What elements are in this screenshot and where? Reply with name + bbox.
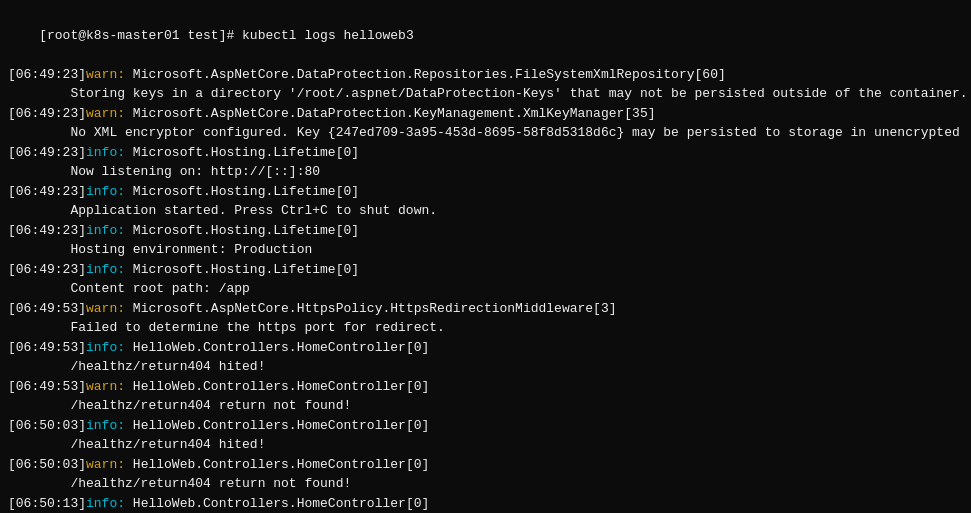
log-level: info:	[86, 418, 125, 433]
log-indent-line: Hosting environment: Production	[8, 240, 963, 260]
log-line: [06:50:03]info: HelloWeb.Controllers.Hom…	[8, 416, 963, 436]
log-time: [06:49:53]	[8, 301, 86, 316]
log-message: Now listening on: http://[::]:80	[8, 164, 320, 179]
log-line: [06:49:23]warn: Microsoft.AspNetCore.Dat…	[8, 65, 963, 85]
log-message: /healthz/return404 hited!	[8, 437, 265, 452]
log-source: Microsoft.AspNetCore.DataProtection.KeyM…	[125, 106, 656, 121]
log-source: Microsoft.Hosting.Lifetime[0]	[125, 184, 359, 199]
log-line: [06:49:23]info: Microsoft.Hosting.Lifeti…	[8, 221, 963, 241]
log-time: [06:50:13]	[8, 496, 86, 511]
log-indent-line: /healthz/return404 return not found!	[8, 474, 963, 494]
log-container: [06:49:23]warn: Microsoft.AspNetCore.Dat…	[8, 65, 963, 514]
log-level: warn:	[86, 67, 125, 82]
log-indent-line: Now listening on: http://[::]:80	[8, 162, 963, 182]
log-source: HelloWeb.Controllers.HomeController[0]	[125, 418, 429, 433]
log-source: Microsoft.Hosting.Lifetime[0]	[125, 145, 359, 160]
log-level: warn:	[86, 457, 125, 472]
log-time: [06:49:23]	[8, 262, 86, 277]
log-line: [06:50:03]warn: HelloWeb.Controllers.Hom…	[8, 455, 963, 475]
log-indent-line: /healthz/return404 return not found!	[8, 396, 963, 416]
log-line: [06:49:23]info: Microsoft.Hosting.Lifeti…	[8, 143, 963, 163]
log-level: info:	[86, 262, 125, 277]
log-message: Content root path: /app	[8, 281, 250, 296]
log-message: Hosting environment: Production	[8, 242, 312, 257]
log-message: /healthz/return404 return not found!	[8, 398, 351, 413]
log-time: [06:49:23]	[8, 106, 86, 121]
log-message: No XML encryptor configured. Key {247ed7…	[8, 125, 960, 140]
log-line: [06:49:53]warn: Microsoft.AspNetCore.Htt…	[8, 299, 963, 319]
log-source: HelloWeb.Controllers.HomeController[0]	[125, 340, 429, 355]
log-level: info:	[86, 145, 125, 160]
log-source: HelloWeb.Controllers.HomeController[0]	[125, 457, 429, 472]
log-indent-line: Application started. Press Ctrl+C to shu…	[8, 201, 963, 221]
log-message: /healthz/return404 return not found!	[8, 476, 351, 491]
log-message: /healthz/return404 hited!	[8, 359, 265, 374]
log-time: [06:49:23]	[8, 184, 86, 199]
log-line: [06:50:13]info: HelloWeb.Controllers.Hom…	[8, 494, 963, 514]
command: kubectl logs helloweb3	[242, 28, 414, 43]
log-time: [06:49:23]	[8, 223, 86, 238]
terminal-window: [root@k8s-master01 test]# kubectl logs h…	[0, 0, 971, 513]
log-source: HelloWeb.Controllers.HomeController[0]	[125, 379, 429, 394]
log-indent-line: /healthz/return404 hited!	[8, 357, 963, 377]
command-line: [root@k8s-master01 test]# kubectl logs h…	[8, 6, 963, 65]
log-level: info:	[86, 496, 125, 511]
log-message: Application started. Press Ctrl+C to shu…	[8, 203, 437, 218]
log-time: [06:50:03]	[8, 418, 86, 433]
log-level: warn:	[86, 106, 125, 121]
log-time: [06:49:23]	[8, 145, 86, 160]
prompt: [root@k8s-master01 test]#	[39, 28, 242, 43]
log-source: HelloWeb.Controllers.HomeController[0]	[125, 496, 429, 511]
log-indent-line: /healthz/return404 hited!	[8, 435, 963, 455]
log-time: [06:49:53]	[8, 379, 86, 394]
log-indent-line: No XML encryptor configured. Key {247ed7…	[8, 123, 963, 143]
log-indent-line: Content root path: /app	[8, 279, 963, 299]
log-time: [06:49:53]	[8, 340, 86, 355]
log-source: Microsoft.AspNetCore.HttpsPolicy.HttpsRe…	[125, 301, 616, 316]
log-line: [06:49:23]info: Microsoft.Hosting.Lifeti…	[8, 260, 963, 280]
log-line: [06:49:53]warn: HelloWeb.Controllers.Hom…	[8, 377, 963, 397]
log-level: info:	[86, 223, 125, 238]
log-level: warn:	[86, 379, 125, 394]
log-level: info:	[86, 184, 125, 199]
log-indent-line: Failed to determine the https port for r…	[8, 318, 963, 338]
log-time: [06:50:03]	[8, 457, 86, 472]
log-line: [06:49:23]warn: Microsoft.AspNetCore.Dat…	[8, 104, 963, 124]
log-source: Microsoft.AspNetCore.DataProtection.Repo…	[125, 67, 726, 82]
log-level: info:	[86, 340, 125, 355]
log-time: [06:49:23]	[8, 67, 86, 82]
log-indent-line: Storing keys in a directory '/root/.aspn…	[8, 84, 963, 104]
log-source: Microsoft.Hosting.Lifetime[0]	[125, 262, 359, 277]
log-source: Microsoft.Hosting.Lifetime[0]	[125, 223, 359, 238]
log-line: [06:49:23]info: Microsoft.Hosting.Lifeti…	[8, 182, 963, 202]
log-level: warn:	[86, 301, 125, 316]
log-line: [06:49:53]info: HelloWeb.Controllers.Hom…	[8, 338, 963, 358]
log-message: Storing keys in a directory '/root/.aspn…	[8, 86, 968, 101]
log-message: Failed to determine the https port for r…	[8, 320, 445, 335]
